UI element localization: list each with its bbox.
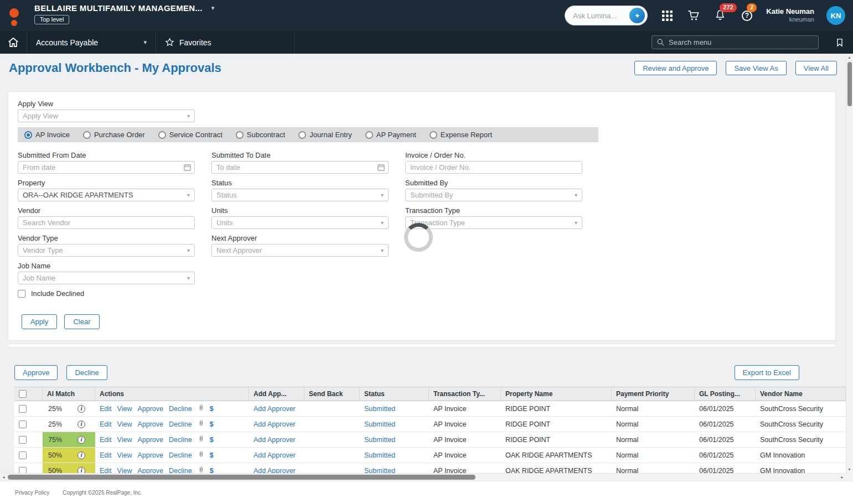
module-menu[interactable]: Accounts Payable ▾: [27, 31, 156, 54]
col-add-approver[interactable]: Add App...: [249, 387, 304, 401]
submitted-to-input[interactable]: [211, 161, 389, 174]
approve-link[interactable]: Approve: [137, 436, 163, 444]
top-level-badge[interactable]: Top level: [34, 15, 69, 24]
apply-view-select[interactable]: Apply View ▾: [18, 110, 195, 122]
status-select[interactable]: Status ▾: [211, 189, 389, 201]
row-checkbox[interactable]: [19, 451, 27, 459]
edit-link[interactable]: Edit: [100, 436, 112, 444]
edit-link[interactable]: Edit: [100, 451, 112, 459]
row-checkbox[interactable]: [19, 405, 27, 413]
radio-ap-invoice[interactable]: AP Invoice: [24, 131, 70, 139]
horizontal-scrollbar[interactable]: ◄ ►: [0, 473, 846, 481]
submitted-by-select[interactable]: Submitted By ▾: [405, 189, 582, 201]
attachment-icon[interactable]: [198, 419, 204, 429]
favorites-menu[interactable]: Favorites: [156, 31, 294, 54]
vendor-type-select[interactable]: Vendor Type ▾: [18, 244, 195, 257]
col-ai-match[interactable]: AI Match: [43, 387, 95, 401]
horizontal-scroll-thumb[interactable]: [8, 475, 475, 480]
row-checkbox[interactable]: [19, 467, 27, 474]
radio-subcontract[interactable]: Subcontract: [236, 131, 285, 139]
view-link[interactable]: View: [117, 467, 132, 474]
scroll-down-arrow[interactable]: ▼: [847, 467, 851, 471]
lumina-sparkle-icon[interactable]: ✦: [629, 8, 645, 23]
radio-ap-payment[interactable]: AP Payment: [365, 131, 416, 139]
job-name-select[interactable]: Job Name ▾: [18, 272, 195, 284]
dollar-icon[interactable]: $: [210, 467, 214, 474]
info-icon[interactable]: i: [77, 436, 85, 444]
decline-link[interactable]: Decline: [169, 420, 192, 428]
attachment-icon[interactable]: [198, 404, 204, 413]
col-gl-posting[interactable]: GL Posting...: [695, 387, 756, 401]
attachment-icon[interactable]: [198, 435, 204, 444]
clear-button[interactable]: Clear: [64, 314, 100, 329]
vertical-scroll-thumb[interactable]: [847, 62, 852, 106]
transaction-type-select[interactable]: Transaction Type ▾: [405, 216, 582, 229]
status-link[interactable]: Submitted: [364, 405, 395, 413]
notifications-bell-icon[interactable]: 272: [713, 8, 727, 23]
scroll-left-arrow[interactable]: ◄: [2, 475, 6, 479]
ask-lumina-input[interactable]: Ask Lumina... ✦: [565, 6, 648, 25]
view-link[interactable]: View: [117, 436, 132, 444]
row-checkbox[interactable]: [19, 420, 27, 428]
avatar[interactable]: KN: [826, 6, 845, 25]
apply-button[interactable]: Apply: [22, 314, 57, 329]
approve-link[interactable]: Approve: [137, 420, 163, 428]
status-link[interactable]: Submitted: [364, 451, 395, 459]
approve-link[interactable]: Approve: [137, 467, 163, 474]
col-payment-priority[interactable]: Payment Priority: [612, 387, 695, 401]
status-link[interactable]: Submitted: [364, 467, 395, 474]
scroll-up-arrow[interactable]: ▲: [847, 55, 851, 59]
edit-link[interactable]: Edit: [100, 405, 112, 413]
privacy-policy-link[interactable]: Privacy Policy: [15, 490, 49, 496]
vendor-search-input[interactable]: [18, 216, 195, 229]
col-status[interactable]: Status: [360, 387, 429, 401]
approve-link[interactable]: Approve: [137, 451, 163, 459]
save-view-as-button[interactable]: Save View As: [726, 61, 786, 75]
view-all-button[interactable]: View All: [795, 61, 837, 75]
property-select[interactable]: ORA--OAK RIDGE APARTMENTS ▾: [18, 189, 195, 201]
edit-link[interactable]: Edit: [100, 467, 112, 474]
radio-journal-entry[interactable]: Journal Entry: [298, 131, 352, 139]
decline-link[interactable]: Decline: [169, 405, 192, 413]
info-icon[interactable]: i: [77, 467, 85, 474]
col-send-back[interactable]: Send Back: [304, 387, 360, 401]
radio-service-contract[interactable]: Service Contract: [158, 131, 223, 139]
approve-button[interactable]: Approve: [14, 365, 58, 380]
decline-link[interactable]: Decline: [169, 451, 192, 459]
select-all-checkbox[interactable]: [19, 390, 27, 398]
col-actions[interactable]: Actions: [95, 387, 249, 401]
approve-link[interactable]: Approve: [137, 405, 163, 413]
attachment-icon[interactable]: [198, 450, 204, 460]
apps-grid-icon[interactable]: [660, 8, 674, 23]
dollar-icon[interactable]: $: [210, 451, 214, 459]
submitted-from-input[interactable]: [18, 161, 195, 174]
info-icon[interactable]: i: [77, 405, 85, 413]
radio-purchase-order[interactable]: Purchase Order: [83, 131, 145, 139]
row-checkbox[interactable]: [19, 436, 27, 444]
col-transaction-type[interactable]: Transaction Ty...: [429, 387, 501, 401]
help-icon[interactable]: ? 2: [740, 8, 754, 23]
dollar-icon[interactable]: $: [210, 420, 214, 428]
add-approver-link[interactable]: Add Approver: [254, 420, 296, 428]
add-approver-link[interactable]: Add Approver: [254, 405, 296, 413]
calendar-icon[interactable]: [377, 163, 385, 174]
info-icon[interactable]: i: [77, 420, 85, 428]
invoice-order-input[interactable]: [405, 161, 582, 174]
col-vendor-name[interactable]: Vendor Name: [756, 387, 846, 401]
search-menu-input[interactable]: Search menu: [652, 35, 819, 49]
calendar-icon[interactable]: [183, 163, 192, 174]
radio-expense-report[interactable]: Expense Report: [430, 131, 492, 139]
info-icon[interactable]: i: [77, 451, 85, 459]
export-to-excel-button[interactable]: Export to Excel: [735, 365, 799, 380]
col-property-name[interactable]: Property Name: [501, 387, 612, 401]
cart-icon[interactable]: [686, 8, 701, 23]
home-button[interactable]: [0, 31, 27, 54]
add-approver-link[interactable]: Add Approver: [254, 436, 296, 444]
decline-link[interactable]: Decline: [169, 467, 192, 474]
attachment-icon[interactable]: [198, 466, 204, 473]
status-link[interactable]: Submitted: [364, 436, 395, 444]
add-approver-link[interactable]: Add Approver: [254, 451, 296, 459]
view-link[interactable]: View: [117, 405, 132, 413]
review-and-approve-button[interactable]: Review and Approve: [634, 61, 717, 75]
decline-link[interactable]: Decline: [169, 436, 192, 444]
